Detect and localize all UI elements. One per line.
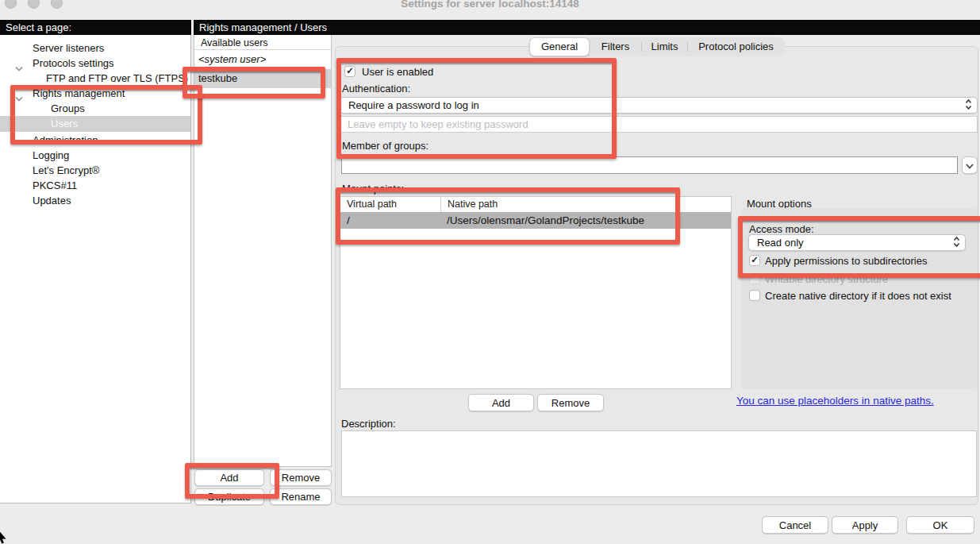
list-item-system-user[interactable]: <system user> [194,52,331,68]
check-icon: ✓ [751,256,759,265]
sidebar-item-updates[interactable]: Updates [0,193,190,208]
stepper-icon [953,236,960,249]
cancel-button[interactable]: Cancel [762,516,828,534]
ok-button[interactable]: OK [906,516,974,534]
remove-mount-button[interactable]: Remove [537,394,604,411]
tab-protocol-policies[interactable]: Protocol policies [688,37,784,56]
sidebar-item-server-listeners[interactable]: Server listeners [0,41,190,56]
window-title: Settings for server localhost:14148 [0,0,980,10]
access-mode-select[interactable]: Read only [748,234,966,251]
cursor-icon [0,528,7,544]
chevron-down-icon [966,160,974,172]
sidebar-item-lets-encrypt[interactable]: Let's Encrypt® [0,163,190,178]
sidebar-header: Select a page: [0,20,191,35]
tab-general[interactable]: General [529,37,590,56]
remove-user-button[interactable]: Remove [270,469,332,486]
available-users-list: Available users <system user> testkube [194,35,332,467]
sidebar-item-pkcs11[interactable]: PKCS#11 [0,178,190,193]
detail-tabs: General Filters Limits Protocol policies [529,37,785,56]
add-user-button[interactable]: Add [194,469,264,486]
mount-points-table: Virtual path Native path / /Users/olensm… [340,196,732,389]
check-icon: ✓ [346,67,354,76]
tab-limits[interactable]: Limits [642,37,687,56]
stepper-icon [965,98,972,112]
apply-permissions-label: Apply permissions to subdirectories [765,255,927,267]
description-label: Description: [341,418,396,430]
duplicate-user-button[interactable]: Duplicate [194,488,264,505]
authentication-label: Authentication: [342,83,410,95]
member-of-groups-input[interactable] [341,156,958,174]
apply-button[interactable]: Apply [832,516,898,534]
description-textarea[interactable] [341,430,977,497]
member-of-groups-dropdown-button[interactable] [962,156,978,174]
writable-structure-checkbox [749,273,760,284]
add-mount-button[interactable]: Add [468,394,534,411]
sidebar-item-groups[interactable]: Groups [0,101,190,116]
user-enabled-checkbox[interactable]: ✓ [344,66,355,77]
table-row[interactable]: / /Users/olensmar/GolandProjects/testkub… [340,212,731,229]
mount-table-header: Virtual path Native path [340,197,731,213]
placeholders-link[interactable]: You can use placeholders in native paths… [736,395,934,407]
cell-native-path: /Users/olensmar/GolandProjects/testkube [440,212,731,229]
create-native-directory-checkbox[interactable] [749,290,760,301]
sidebar-item-administration[interactable]: Administration [0,133,190,148]
cell-virtual-path: / [340,212,440,229]
tab-filters[interactable]: Filters [590,37,641,56]
sidebar-item-ftp[interactable]: FTP and FTP over TLS (FTPS) [0,71,190,86]
apply-permissions-checkbox[interactable]: ✓ [749,255,760,266]
column-header-native-path[interactable]: Native path [440,197,731,212]
sidebar-item-users[interactable]: Users [0,116,190,132]
breadcrumb: Rights management / Users [194,20,980,35]
user-enabled-label: User is enabled [362,66,433,78]
list-item-testkube[interactable]: testkube [194,69,331,88]
users-list-header: Available users [194,36,331,50]
page-tree: Server listeners Protocols settings FTP … [0,35,191,503]
authentication-select[interactable]: Require a password to log in [340,97,978,114]
member-of-groups-label: Member of groups: [342,140,429,152]
sidebar-item-protocols-settings[interactable]: Protocols settings [0,56,190,71]
settings-window: Settings for server localhost:14148 Sele… [0,0,980,544]
create-native-directory-label: Create native directory if it does not e… [765,290,951,302]
sidebar-item-rights-management[interactable]: Rights management [0,86,190,101]
rename-user-button[interactable]: Rename [270,488,332,505]
access-mode-label: Access mode: [749,223,814,235]
password-input[interactable] [340,116,978,133]
column-header-virtual-path[interactable]: Virtual path [340,197,440,212]
mount-points-label: Mount points: [342,183,404,195]
sidebar-item-logging[interactable]: Logging [0,148,190,163]
writable-structure-label: Writable directory structure [765,273,888,285]
